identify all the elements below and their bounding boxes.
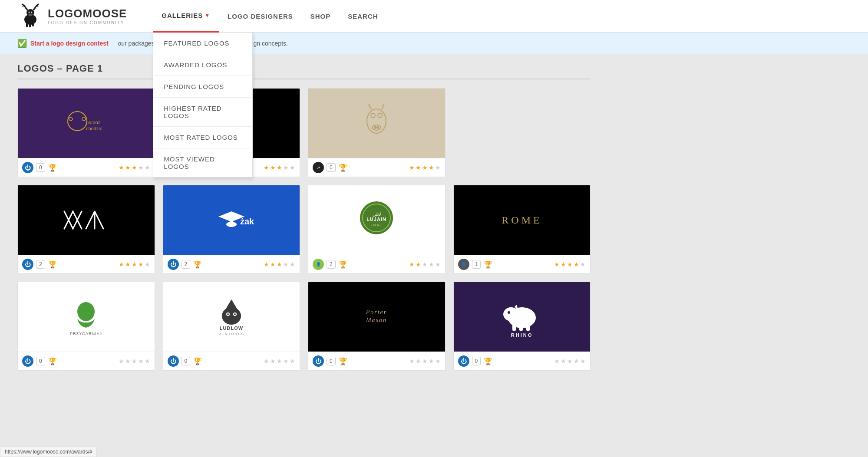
svg-point-17 xyxy=(69,117,73,121)
svg-point-56 xyxy=(234,313,236,315)
header: LOGOMOOSE LOGO DESIGN COMMUNITY GALLERIE… xyxy=(0,0,868,33)
logo-svg-7: ﻟُﺠَﻴْﻦ LUJAIN -MA- xyxy=(342,198,411,242)
svg-line-4 xyxy=(23,5,24,7)
card-footer-12: ⏻ 0 🏆 ★ ★ ★ ★ ★ xyxy=(454,352,591,370)
avatar-7: 👤 xyxy=(313,259,324,270)
nav-galleries[interactable]: GALLERIES ▼ Featured logos Awarded logos… xyxy=(153,0,219,33)
star-1-5: ★ xyxy=(145,164,150,171)
logo-card-5[interactable]: ⏻ 2 🏆 ★ ★ ★ ★ ★ xyxy=(17,185,155,274)
site-logo[interactable]: LOGOMOOSE LOGO DESIGN COMMUNITY xyxy=(17,3,127,29)
dropdown-pending[interactable]: Pending logos xyxy=(153,76,252,98)
star-6-3: ★ xyxy=(277,261,282,268)
logo-svg-11: Porter Mason xyxy=(342,295,411,339)
dropdown-most-viewed[interactable]: Most viewed logos xyxy=(153,148,252,177)
comment-badge-1: 0 xyxy=(36,163,45,172)
star-10-1: ★ xyxy=(264,358,269,365)
logo-card-6[interactable]: żak ⏻ 2 🏆 ★ ★ ★ ★ ★ xyxy=(163,185,300,274)
dropdown-highest-rated[interactable]: Highest rated logos xyxy=(153,98,252,127)
moose-icon xyxy=(17,3,43,29)
logo-card-12[interactable]: RHINO ⏻ 0 🏆 ★ ★ ★ ★ ★ xyxy=(453,282,591,371)
star-12-5: ★ xyxy=(580,358,586,365)
star-8-3: ★ xyxy=(567,261,573,268)
svg-point-55 xyxy=(227,313,229,315)
logo-card-3[interactable]: ↗ 0 🏆 ★ ★ ★ ★ ★ xyxy=(308,88,446,177)
logo-card-9[interactable]: PRZYGARNIAJ ⏻ 0 🏆 ★ ★ ★ ★ ★ xyxy=(17,282,155,371)
svg-point-41 xyxy=(226,222,237,227)
star-10-4: ★ xyxy=(283,358,289,365)
svg-point-16 xyxy=(68,112,87,131)
svg-rect-15 xyxy=(32,22,34,26)
stars-7: ★ ★ ★ ★ ★ xyxy=(409,261,441,268)
comment-badge-3: 0 xyxy=(327,163,336,172)
logo-image-12: RHINO xyxy=(454,282,591,352)
star-3-4: ★ xyxy=(429,164,434,171)
logo-image-8: ROME xyxy=(454,185,591,255)
star-5-4: ★ xyxy=(138,261,144,268)
comment-count-11: 0 xyxy=(330,358,333,364)
star-8-4: ★ xyxy=(574,261,579,268)
logo-image-1: pomóż chodzić xyxy=(18,89,155,158)
logo-card-7[interactable]: ﻟُﺠَﻴْﻦ LUJAIN -MA- 👤 2 🏆 ★ ★ ★ ★ ★ xyxy=(308,185,446,274)
nav-galleries-label: GALLERIES xyxy=(162,12,203,19)
dropdown-most-rated[interactable]: Most rated logos xyxy=(153,127,252,148)
star-9-1: ★ xyxy=(119,358,124,365)
star-3-2: ★ xyxy=(416,164,421,171)
logo-image-5 xyxy=(18,185,155,255)
stars-2: ★ ★ ★ ★ ★ xyxy=(264,164,295,171)
stars-6: ★ ★ ★ ★ ★ xyxy=(264,261,295,268)
star-10-5: ★ xyxy=(290,358,295,365)
star-10-3: ★ xyxy=(277,358,282,365)
award-icon-9: 🏆 xyxy=(48,356,57,366)
star-9-2: ★ xyxy=(125,358,131,365)
svg-line-37 xyxy=(369,104,371,109)
star-1-2: ★ xyxy=(125,164,131,171)
award-icon-1: 🏆 xyxy=(48,163,57,172)
logo-svg-6: żak xyxy=(197,203,266,237)
avatar-6: ⏻ xyxy=(168,259,179,270)
logo-svg-5 xyxy=(51,203,121,237)
svg-line-8 xyxy=(37,5,38,7)
dropdown-awarded[interactable]: Awarded logos xyxy=(153,54,252,76)
svg-text:VENTURES: VENTURES xyxy=(218,332,244,336)
dropdown-featured[interactable]: Featured logos xyxy=(153,33,252,54)
svg-marker-65 xyxy=(514,305,518,308)
nav-logo-designers-label: LOGO DESIGNERS xyxy=(228,13,293,20)
card-footer-5: ⏻ 2 🏆 ★ ★ ★ ★ ★ xyxy=(18,255,155,273)
comment-count-5: 2 xyxy=(39,261,42,267)
svg-text:LUDLOW: LUDLOW xyxy=(220,325,243,331)
award-icon-6: 🏆 xyxy=(193,260,202,269)
logo-text-block: LOGOMOOSE LOGO DESIGN COMMUNITY xyxy=(48,7,127,25)
avatar-5: ⏻ xyxy=(22,259,33,270)
avatar-12: ⏻ xyxy=(458,355,469,367)
banner-link[interactable]: Start a logo design contest xyxy=(30,40,109,47)
award-icon-8: 🏆 xyxy=(483,260,493,269)
star-2-5: ★ xyxy=(290,164,295,171)
logo-card-8[interactable]: ROME 👤 1 🏆 ★ ★ ★ ★ ★ xyxy=(453,185,591,274)
star-9-3: ★ xyxy=(132,358,137,365)
logo-card-1[interactable]: pomóż chodzić ⏻ 0 🏆 ★ ★ ★ ★ ★ xyxy=(17,88,155,177)
star-6-1: ★ xyxy=(264,261,269,268)
star-3-5: ★ xyxy=(435,164,441,171)
svg-point-49 xyxy=(77,302,95,321)
logo-card-10[interactable]: LUDLOW VENTURES ⏻ 0 🏆 ★ ★ ★ ★ ★ xyxy=(163,282,300,371)
logo-sub: LOGO DESIGN COMMUNITY xyxy=(48,20,127,25)
logo-card-11[interactable]: Porter Mason ⏻ 0 🏆 ★ ★ ★ ★ ★ xyxy=(308,282,446,371)
star-7-4: ★ xyxy=(429,261,434,268)
award-icon-12: 🏆 xyxy=(483,356,493,366)
star-2-4: ★ xyxy=(283,164,289,171)
card-footer-7: 👤 2 🏆 ★ ★ ★ ★ ★ xyxy=(308,255,445,273)
comment-count-10: 0 xyxy=(185,358,188,364)
avatar-8: 👤 xyxy=(458,259,469,270)
logo-svg-1: pomóż chodzić xyxy=(51,106,121,141)
nav-shop[interactable]: SHOP xyxy=(302,0,340,33)
svg-text:-MA-: -MA- xyxy=(371,223,382,227)
nav-logo-designers[interactable]: LOGO DESIGNERS xyxy=(219,0,302,33)
star-7-1: ★ xyxy=(409,261,415,268)
award-icon-5: 🏆 xyxy=(48,260,57,269)
star-7-5: ★ xyxy=(435,261,441,268)
nav-search[interactable]: SEARCH xyxy=(339,0,386,33)
card-footer-1: ⏻ 0 🏆 ★ ★ ★ ★ ★ xyxy=(18,158,155,177)
svg-text:ROME: ROME xyxy=(502,214,542,226)
stars-5: ★ ★ ★ ★ ★ xyxy=(119,261,150,268)
comment-count-7: 2 xyxy=(330,261,333,267)
